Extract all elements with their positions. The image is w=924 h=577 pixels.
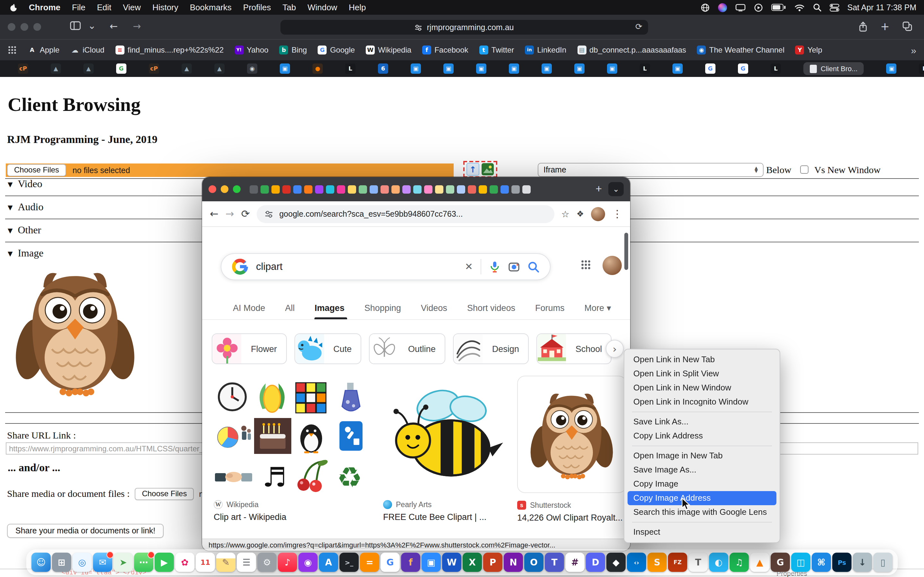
dock-word[interactable]: W xyxy=(442,553,461,572)
bookmark-star-icon[interactable]: ☆ xyxy=(561,209,569,219)
bookmark-twitter[interactable]: t Twitter xyxy=(479,45,514,55)
site-info-icon[interactable] xyxy=(415,23,423,31)
tab-favicon[interactable]: G xyxy=(705,63,716,74)
tab-favicon[interactable]: ◉ xyxy=(247,63,257,74)
bookmark-yelp[interactable]: Y Yelp xyxy=(795,45,822,55)
chip-outline[interactable]: Outline xyxy=(369,334,445,364)
apps-grid-icon[interactable] xyxy=(8,45,17,55)
address-bar[interactable]: google.com/search?sca_esv=5e9bb948607cc7… xyxy=(257,205,554,223)
share-media-choose-files-button[interactable]: Choose Files xyxy=(135,488,194,500)
close-window-button[interactable] xyxy=(8,23,15,31)
tab-favicon[interactable]: ▲ xyxy=(182,63,192,74)
context-menu-item[interactable]: Inspect xyxy=(624,525,780,539)
popup-tab-favicon[interactable] xyxy=(435,185,443,193)
tab-favicon[interactable]: G xyxy=(738,63,748,74)
zoom-window-button[interactable] xyxy=(233,185,241,193)
menu-bar-item[interactable]: Tab xyxy=(277,3,302,12)
scrollbar-thumb[interactable] xyxy=(624,233,628,270)
tab-favicon[interactable]: ▣ xyxy=(443,63,454,74)
popup-tab-favicon[interactable] xyxy=(424,185,433,193)
share-icon[interactable] xyxy=(858,21,868,35)
siri-icon[interactable] xyxy=(718,3,727,12)
tab-favicon[interactable]: cP xyxy=(18,63,28,74)
context-menu-item[interactable]: Open Link in Split View xyxy=(624,367,780,381)
search-nav-tab[interactable]: Shopping xyxy=(365,296,404,319)
menu-bar-clock[interactable]: Sat Apr 11 7:38 PM xyxy=(847,3,916,12)
tab-favicon[interactable]: ▣ xyxy=(672,63,683,74)
sidebar-toggle-icon[interactable] xyxy=(70,21,81,33)
dock-onenote[interactable]: N xyxy=(504,553,523,572)
popup-tab-favicon[interactable] xyxy=(315,185,323,193)
dock-filezilla[interactable]: FZ xyxy=(668,553,687,572)
context-menu-item[interactable]: Open Image in New Tab xyxy=(624,449,780,463)
context-menu-item[interactable]: Copy Image Address xyxy=(628,491,776,505)
bookmark-google[interactable]: G Google xyxy=(318,45,355,55)
back-button[interactable]: ← xyxy=(110,21,118,32)
popup-tab-favicon[interactable] xyxy=(522,185,531,193)
dock-facetime[interactable]: ▶ xyxy=(155,553,174,572)
popup-tab-favicon[interactable] xyxy=(511,185,520,193)
dock-textedit[interactable]: T xyxy=(688,553,708,572)
search-nav-tab[interactable]: AI Mode xyxy=(233,296,268,319)
context-menu-item[interactable] xyxy=(632,412,772,412)
bookmark-linkedin[interactable]: in LinkedIn xyxy=(525,45,566,55)
spotlight-icon[interactable] xyxy=(813,3,821,11)
tab-favicon[interactable]: ▣ xyxy=(509,63,519,74)
bookmark-yahoo[interactable]: Y! Yahoo xyxy=(234,45,268,55)
tab-favicon[interactable]: ▲ xyxy=(214,63,225,74)
tab-favicon[interactable]: ▣ xyxy=(411,63,421,74)
context-menu-item[interactable] xyxy=(632,522,772,522)
bookmark-db-connect[interactable]: ▤ db_connect.p...aaasaaafaas xyxy=(577,45,686,55)
share-submit-button[interactable]: Share your media or documents or link! xyxy=(7,524,164,538)
context-menu-item[interactable]: Copy Image xyxy=(624,477,780,491)
dock-sublime[interactable]: S xyxy=(648,553,667,572)
context-menu-item[interactable]: Search this image with Google Lens xyxy=(624,505,780,519)
popup-tab-favicon[interactable] xyxy=(348,185,356,193)
dock-messages[interactable]: ⋯ xyxy=(134,553,153,572)
tab-favicon[interactable]: L xyxy=(345,63,355,74)
dock-settings[interactable]: ⚙ xyxy=(257,553,276,572)
menu-app-name[interactable]: Chrome xyxy=(23,3,66,12)
zoom-window-button[interactable] xyxy=(33,23,41,31)
dock-appstore[interactable]: A xyxy=(319,553,338,572)
choose-files-button[interactable]: Choose Files xyxy=(7,164,66,176)
drop-target[interactable]: ↑ xyxy=(463,161,497,177)
minimize-window-button[interactable] xyxy=(221,185,228,193)
search-nav-tab[interactable]: Videos xyxy=(421,296,450,319)
search-nav-tab[interactable]: Short videos xyxy=(467,296,518,319)
section-other[interactable]: ▼Other xyxy=(8,224,41,236)
tab-overview-icon[interactable] xyxy=(902,21,913,34)
context-menu-item[interactable]: Save Link As... xyxy=(624,415,780,429)
bee-clipart-image[interactable] xyxy=(383,380,513,492)
tab-favicon[interactable]: ▣ xyxy=(887,63,897,74)
dock-preview[interactable]: ◐ xyxy=(709,553,728,572)
dock-launchpad[interactable]: ⊞ xyxy=(52,553,71,572)
popup-tab-favicon[interactable] xyxy=(326,185,334,193)
tab-favicon[interactable]: ▣ xyxy=(476,63,486,74)
dock-chrome[interactable]: G xyxy=(381,553,400,572)
dock-slack[interactable]: # xyxy=(565,553,585,572)
dock-reminders[interactable]: ☰ xyxy=(237,553,256,572)
dock-photoshop[interactable]: Ps xyxy=(832,553,851,572)
popup-tab-favicon[interactable] xyxy=(359,185,367,193)
chips-scroll-right-button[interactable]: › xyxy=(606,340,624,358)
search-nav-tab[interactable]: All xyxy=(285,296,297,319)
context-menu-item[interactable]: Copy Link Address xyxy=(624,429,780,443)
section-audio[interactable]: ▼Audio xyxy=(8,201,43,213)
context-menu-item[interactable]: Open Link in New Tab xyxy=(624,353,780,367)
chip-school[interactable]: School xyxy=(536,334,612,364)
profile-avatar[interactable] xyxy=(591,207,605,221)
back-button[interactable]: ← xyxy=(210,208,218,220)
section-video[interactable]: ▼Video xyxy=(8,178,42,190)
display-icon[interactable] xyxy=(735,3,745,11)
tab-favicon[interactable]: ▣ xyxy=(607,63,617,74)
globe-icon[interactable] xyxy=(700,3,709,12)
menu-bar-item[interactable]: Window xyxy=(302,3,343,12)
owl-clipart-image[interactable] xyxy=(517,376,626,493)
forward-button[interactable]: → xyxy=(133,21,141,32)
tab-favicon[interactable]: ▣ xyxy=(541,63,552,74)
tab-favicon[interactable]: cP xyxy=(149,63,159,74)
wifi-icon[interactable] xyxy=(794,3,804,11)
forward-button[interactable]: → xyxy=(226,208,234,220)
menu-bar-item[interactable]: Profiles xyxy=(237,3,277,12)
